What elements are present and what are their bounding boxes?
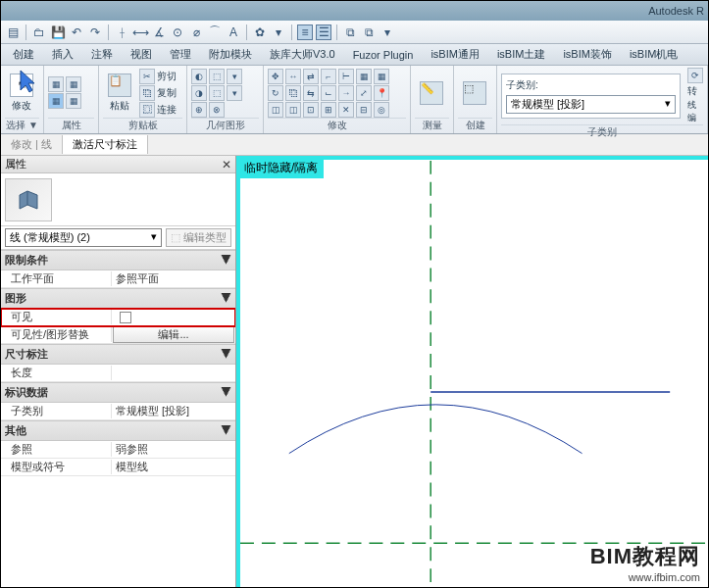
align-icon[interactable]: ▦ (356, 69, 372, 84)
m1-icon[interactable]: ◫ (268, 102, 283, 118)
scale-icon[interactable]: ⤢ (356, 85, 372, 101)
thin-lines-icon[interactable]: ≡ (297, 24, 313, 40)
m2-icon[interactable]: ◫ (285, 102, 301, 118)
section-other[interactable]: 其他⯆ (1, 420, 235, 441)
subcat-select[interactable]: 常规模型 [投影]▾ (506, 95, 676, 114)
prop-ico1[interactable]: ▦ (48, 76, 64, 92)
geom7-icon[interactable]: ⊕ (191, 102, 207, 118)
prop-row[interactable]: 参照弱参照 (1, 441, 235, 459)
m5-icon[interactable]: ✕ (338, 102, 354, 118)
tab-create[interactable]: 创建 (5, 45, 42, 64)
pin-icon[interactable]: 📍 (374, 85, 389, 101)
switch-icon[interactable]: ⧉ (342, 24, 358, 40)
section-dim[interactable]: 尺寸标注⯆ (1, 344, 235, 365)
settings-icon[interactable]: ✿ (252, 24, 268, 40)
split-icon[interactable]: ⊢ (338, 69, 354, 84)
tab-isbim2[interactable]: isBIM土建 (489, 45, 554, 64)
text-icon[interactable]: A (226, 24, 241, 40)
geom4-icon[interactable]: ◑ (191, 85, 207, 101)
panel-clip-title: 剪贴板 (103, 118, 182, 133)
prop-row[interactable]: 可见性/图形替换编辑... (1, 326, 235, 344)
edit-type-button[interactable]: ⬚ 编辑类型 (166, 228, 231, 247)
mv-icon[interactable]: ✥ (268, 69, 283, 84)
ctx-tab-2[interactable]: 激活尺寸标注 (63, 135, 148, 154)
prop-ico4[interactable]: ▦ (66, 93, 81, 109)
panel-props-title: 属性 (48, 118, 94, 133)
subcat-btn2[interactable]: 转 (687, 84, 703, 98)
dim-angular-icon[interactable]: ∡ (151, 24, 167, 40)
trim2-icon[interactable]: ⌙ (321, 85, 336, 101)
copy-icon[interactable]: ⿻ (139, 85, 155, 101)
dropdown-icon[interactable]: ▾ (271, 24, 286, 40)
undo-icon[interactable]: ↶ (69, 24, 84, 40)
prop-ico2[interactable]: ▦ (66, 76, 81, 92)
tab-fuzor[interactable]: Fuzor Plugin (345, 47, 422, 63)
ctx-tab-1[interactable]: 修改 | 线 (1, 135, 63, 154)
qat-more-icon[interactable]: ▾ (380, 24, 395, 40)
trim1-icon[interactable]: ⌐ (321, 69, 336, 84)
prop-row[interactable]: 子类别常规模型 [投影] (1, 403, 235, 420)
dim-diameter-icon[interactable]: ⌀ (188, 24, 204, 40)
section-ident[interactable]: 标识数据⯆ (1, 382, 235, 403)
geom6-icon[interactable]: ▾ (227, 85, 242, 101)
dim-arc-icon[interactable]: ⌒ (207, 24, 223, 40)
replicate-icon[interactable]: ⧉ (361, 24, 377, 40)
m4-icon[interactable]: ⊞ (321, 102, 336, 118)
offset-icon[interactable]: ↔ (285, 69, 301, 84)
close-icon[interactable]: ✕ (222, 158, 231, 172)
subcat-btn-icon[interactable]: ⟳ (687, 68, 703, 83)
geom1-icon[interactable]: ◐ (191, 69, 207, 84)
app-menu-icon[interactable]: ▤ (5, 24, 21, 40)
tab-addins[interactable]: 附加模块 (201, 45, 260, 64)
prop-row[interactable]: 长度 (1, 365, 235, 382)
tab-isbim3[interactable]: isBIM装饰 (555, 45, 620, 64)
cut-icon[interactable]: ✂ (139, 69, 155, 84)
chevron-down-icon: ▾ (665, 97, 671, 112)
array-icon[interactable]: ▦ (374, 69, 389, 84)
tab-isbim1[interactable]: isBIM通用 (423, 45, 487, 64)
prop-ico3[interactable]: ▦ (48, 93, 64, 109)
geom2-icon[interactable]: ⬚ (209, 69, 225, 84)
dim-linear-icon[interactable]: ⟷ (132, 24, 148, 40)
tab-isbim4[interactable]: isBIM机电 (622, 45, 686, 64)
tab-view[interactable]: 视图 (123, 45, 160, 64)
geom5-icon[interactable]: ⬚ (209, 85, 225, 101)
dim-radial-icon[interactable]: ⊙ (170, 24, 185, 40)
rot-icon[interactable]: ↻ (268, 85, 283, 101)
prop-row[interactable]: 模型或符号模型线 (1, 459, 235, 476)
section-graphics[interactable]: 图形⯆ (1, 288, 235, 309)
mirror2-icon[interactable]: ⇆ (303, 85, 319, 101)
create-button[interactable]: ⬚ (458, 79, 491, 107)
expand-icon: ⯆ (221, 291, 231, 306)
geom8-icon[interactable]: ⊗ (209, 102, 225, 118)
tab-famlib[interactable]: 族库大师V3.0 (262, 45, 343, 64)
save-icon[interactable]: 💾 (50, 24, 66, 40)
subcat-btn3[interactable]: 线编 (687, 99, 703, 124)
drawing-canvas[interactable]: 临时隐藏/隔离 BIM教程网 www.ifbim.com (236, 156, 708, 588)
edit-override-button[interactable]: 编辑... (113, 326, 234, 343)
m6-icon[interactable]: ⊟ (356, 102, 372, 118)
paste-button[interactable]: 📋粘贴 (103, 72, 136, 115)
type-selector[interactable]: 线 (常规模型) (2)▾ (5, 228, 162, 247)
geom3-icon[interactable]: ▾ (227, 69, 242, 84)
extend-icon[interactable]: → (338, 85, 354, 101)
dim-aligned-icon[interactable]: ⟊ (114, 24, 129, 40)
copy2-icon[interactable]: ⿻ (285, 85, 301, 101)
tab-insert[interactable]: 插入 (44, 45, 81, 64)
tab-manage[interactable]: 管理 (162, 45, 199, 64)
m3-icon[interactable]: ⊡ (303, 102, 319, 118)
prop-row-visible[interactable]: 可见 (1, 309, 235, 326)
open-icon[interactable]: 🗀 (31, 24, 47, 40)
measure-button[interactable]: 📏 (415, 79, 448, 107)
mirror1-icon[interactable]: ⇄ (303, 69, 319, 84)
close-hidden-icon[interactable]: ☰ (316, 24, 331, 40)
m7-icon[interactable]: ◎ (374, 102, 389, 118)
redo-icon[interactable]: ↷ (87, 24, 103, 40)
prop-row[interactable]: 工作平面参照平面 (1, 270, 235, 288)
visible-checkbox[interactable] (120, 312, 131, 323)
section-constraints[interactable]: 限制条件⯆ (1, 250, 235, 270)
tab-annotate[interactable]: 注释 (83, 45, 121, 64)
ribbon: ↖修改 选择 ▼ ▦▦▦▦ 属性 📋粘贴 ✂剪切 ⿻复制 ⿴连接 剪贴板 ◐⬚▾… (1, 66, 708, 134)
match-icon[interactable]: ⿴ (139, 102, 155, 118)
expand-icon: ⯆ (221, 253, 231, 268)
